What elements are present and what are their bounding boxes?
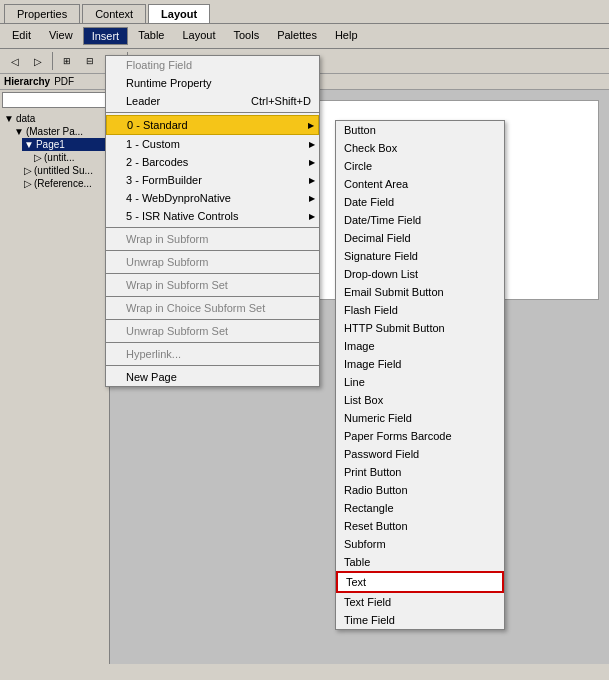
menu-new-page[interactable]: New Page [106, 368, 319, 386]
menu-wrap-choice[interactable]: Wrap in Choice Subform Set [106, 299, 319, 317]
item-datetime-field[interactable]: Date/Time Field [336, 211, 504, 229]
tab-layout[interactable]: Layout [148, 4, 210, 23]
sep1 [106, 227, 319, 228]
expand-icon-4: ▷ [34, 152, 42, 163]
item-image-field[interactable]: Image Field [336, 355, 504, 373]
sep6 [106, 342, 319, 343]
tree-item-reference[interactable]: ▷ (Reference... [22, 177, 107, 190]
menu-isr[interactable]: 5 - ISR Native Controls [106, 207, 319, 225]
item-print-button[interactable]: Print Button [336, 463, 504, 481]
item-email-submit[interactable]: Email Submit Button [336, 283, 504, 301]
menu-wrap-subform[interactable]: Wrap in Subform [106, 230, 319, 248]
tab-context[interactable]: Context [82, 4, 146, 23]
search-input[interactable] [2, 92, 107, 108]
tree-label-data: data [16, 113, 35, 124]
menu-layout[interactable]: Layout [174, 27, 223, 45]
sep2 [106, 250, 319, 251]
menu-wrap-subform-set[interactable]: Wrap in Subform Set [106, 276, 319, 294]
item-radio-button[interactable]: Radio Button [336, 481, 504, 499]
leader-label: Leader [126, 95, 160, 107]
tree-item-master[interactable]: ▼ (Master Pa... [12, 125, 107, 138]
sidebar-header: Hierarchy PDF [0, 74, 109, 90]
menu-help[interactable]: Help [327, 27, 366, 45]
tab-properties[interactable]: Properties [4, 4, 80, 23]
menu-webdynpro[interactable]: 4 - WebDynproNative [106, 189, 319, 207]
sep4 [106, 296, 319, 297]
tree-item-data[interactable]: ▼ data [2, 112, 107, 125]
expand-icon: ▼ [4, 113, 14, 124]
item-numeric-field[interactable]: Numeric Field [336, 409, 504, 427]
tree-label-untitled-sub: (untitled Su... [34, 165, 93, 176]
expand-icon-2: ▼ [14, 126, 24, 137]
insert-dropdown: Floating Field Runtime Property Leader C… [105, 55, 320, 387]
tree-item-untitled1[interactable]: ▷ (untit... [32, 151, 107, 164]
menu-runtime-property[interactable]: Runtime Property [106, 74, 319, 92]
item-http-submit[interactable]: HTTP Submit Button [336, 319, 504, 337]
tab-bar: Properties Context Layout [0, 0, 609, 24]
sidebar: Hierarchy PDF ▼ data ▼ (Master Pa... ▼ P… [0, 74, 110, 664]
sep7 [106, 365, 319, 366]
item-content-area[interactable]: Content Area [336, 175, 504, 193]
item-date-field[interactable]: Date Field [336, 193, 504, 211]
item-password-field[interactable]: Password Field [336, 445, 504, 463]
item-time-field[interactable]: Time Field [336, 611, 504, 629]
item-flash-field[interactable]: Flash Field [336, 301, 504, 319]
item-image[interactable]: Image [336, 337, 504, 355]
item-dropdown-list[interactable]: Drop-down List [336, 265, 504, 283]
expand-icon-5: ▷ [24, 165, 32, 176]
toolbar-btn-1[interactable]: ◁ [4, 51, 26, 71]
menu-custom[interactable]: 1 - Custom [106, 135, 319, 153]
menu-unwrap-subform-set[interactable]: Unwrap Subform Set [106, 322, 319, 340]
item-button[interactable]: Button [336, 121, 504, 139]
item-text[interactable]: Text [336, 571, 504, 593]
menu-unwrap-subform[interactable]: Unwrap Subform [106, 253, 319, 271]
tree-item-page1[interactable]: ▼ Page1 [22, 138, 107, 151]
toolbar-btn-2[interactable]: ▷ [27, 51, 49, 71]
menu-insert[interactable]: Insert [83, 27, 129, 45]
menu-bar: Edit View Insert Table Layout Tools Pale… [0, 24, 609, 49]
toolbar-btn-3[interactable]: ⊞ [56, 51, 78, 71]
item-checkbox[interactable]: Check Box [336, 139, 504, 157]
item-subform[interactable]: Subform [336, 535, 504, 553]
item-paper-forms-barcode[interactable]: Paper Forms Barcode [336, 427, 504, 445]
item-circle[interactable]: Circle [336, 157, 504, 175]
menu-edit[interactable]: Edit [4, 27, 39, 45]
expand-icon-6: ▷ [24, 178, 32, 189]
tree-item-untitled-sub[interactable]: ▷ (untitled Su... [22, 164, 107, 177]
sep-before-standard [106, 112, 319, 113]
menu-floating-field[interactable]: Floating Field [106, 56, 319, 74]
pdf-label: PDF [54, 76, 74, 87]
menu-table[interactable]: Table [130, 27, 172, 45]
tree-label-reference: (Reference... [34, 178, 92, 189]
tree-label-master: (Master Pa... [26, 126, 83, 137]
tree-label-untitled1: (untit... [44, 152, 75, 163]
menu-view[interactable]: View [41, 27, 81, 45]
sep3 [106, 273, 319, 274]
leader-shortcut: Ctrl+Shift+D [251, 95, 311, 107]
item-rectangle[interactable]: Rectangle [336, 499, 504, 517]
item-reset-button[interactable]: Reset Button [336, 517, 504, 535]
menu-palettes[interactable]: Palettes [269, 27, 325, 45]
toolbar-btn-4[interactable]: ⊟ [79, 51, 101, 71]
item-list-box[interactable]: List Box [336, 391, 504, 409]
item-decimal-field[interactable]: Decimal Field [336, 229, 504, 247]
item-text-field[interactable]: Text Field [336, 593, 504, 611]
menu-tools[interactable]: Tools [225, 27, 267, 45]
expand-icon-3: ▼ [24, 139, 34, 150]
toolbar-sep-1 [52, 52, 53, 70]
sep5 [106, 319, 319, 320]
menu-formbuilder[interactable]: 3 - FormBuilder [106, 171, 319, 189]
tree-container: ▼ data ▼ (Master Pa... ▼ Page1 ▷ (untit.… [0, 110, 109, 192]
menu-leader[interactable]: Leader Ctrl+Shift+D [106, 92, 319, 110]
tree-label-page1: Page1 [36, 139, 65, 150]
standard-items-submenu: Button Check Box Circle Content Area Dat… [335, 120, 505, 630]
menu-standard[interactable]: 0 - Standard [106, 115, 319, 135]
menu-barcodes[interactable]: 2 - Barcodes [106, 153, 319, 171]
hierarchy-label: Hierarchy [4, 76, 50, 87]
item-line[interactable]: Line [336, 373, 504, 391]
item-table[interactable]: Table [336, 553, 504, 571]
menu-hyperlink[interactable]: Hyperlink... [106, 345, 319, 363]
item-signature-field[interactable]: Signature Field [336, 247, 504, 265]
